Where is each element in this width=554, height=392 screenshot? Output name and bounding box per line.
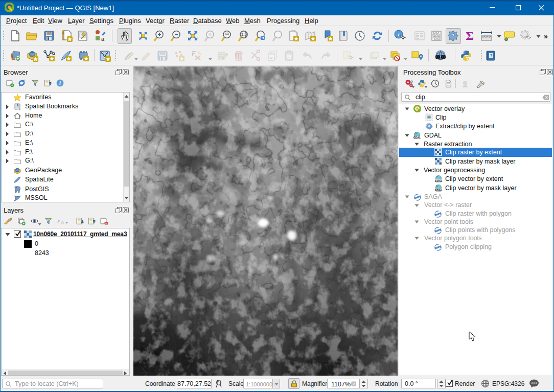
svg-text:a: a — [101, 36, 105, 42]
svg-text:GDAL: GDAL — [413, 136, 421, 139]
svg-text:Σ: Σ — [466, 30, 474, 42]
svg-text:1:1: 1:1 — [241, 33, 246, 36]
svg-text:ε: ε — [57, 218, 60, 225]
svg-text:GDAL: GDAL — [435, 179, 443, 182]
svg-text:i: i — [59, 80, 61, 86]
svg-text:GDAL: GDAL — [435, 189, 443, 192]
svg-text:?: ? — [490, 53, 493, 58]
svg-text:»: » — [544, 33, 548, 40]
